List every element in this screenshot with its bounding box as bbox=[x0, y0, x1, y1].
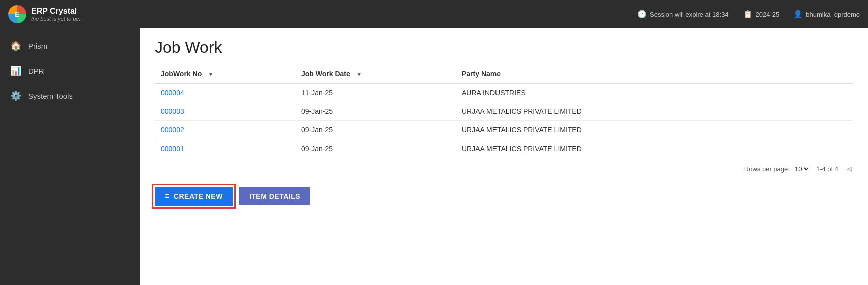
sidebar-item-prism[interactable]: 🏠 Prism bbox=[0, 33, 140, 58]
year-info: 📋 2024-25 bbox=[743, 10, 780, 19]
jobwork-no-link[interactable]: 000003 bbox=[161, 107, 184, 115]
page-title: Job Work bbox=[155, 38, 853, 57]
rows-per-page-control: Rows per page: 10 25 50 bbox=[744, 165, 810, 173]
item-details-button[interactable]: ITEM DETAILS bbox=[239, 187, 310, 205]
cell-job-work-date: 09-Jan-25 bbox=[295, 102, 456, 121]
calendar-icon: 📋 bbox=[743, 10, 753, 19]
job-work-table: JobWork No ▼ Job Work Date ▼ Party Name … bbox=[155, 65, 853, 158]
cell-party-name: URJAA METALICS PRIVATE LIMITED bbox=[456, 121, 853, 139]
sidebar-item-label-system-tools: System Tools bbox=[28, 92, 73, 100]
cell-job-work-date: 11-Jan-25 bbox=[295, 83, 456, 102]
sidebar-item-dpr[interactable]: 📊 DPR bbox=[0, 58, 140, 83]
header-right: 🕐 Session will expire at 18:34 📋 2024-25… bbox=[637, 10, 860, 19]
table-row: 000004 11-Jan-25 AURA INDUSTRIES bbox=[155, 83, 853, 102]
user-label: bhumika_dprdemo bbox=[806, 11, 860, 18]
app-header: E ERP Crystal the best is yet to be.. 🕐 … bbox=[0, 0, 868, 28]
footer-buttons: ≡ CREATE NEW ITEM DETAILS bbox=[155, 180, 853, 211]
create-new-icon: ≡ bbox=[165, 192, 170, 201]
col-header-job-work-date: Job Work Date ▼ bbox=[295, 65, 456, 83]
cell-jobwork-no[interactable]: 000002 bbox=[155, 121, 295, 139]
jobwork-no-link[interactable]: 000002 bbox=[161, 126, 184, 134]
app-subtitle: the best is yet to be.. bbox=[31, 16, 82, 22]
sidebar-item-label-prism: Prism bbox=[28, 42, 47, 50]
user-info[interactable]: 👤 bhumika_dprdemo bbox=[793, 10, 860, 19]
cell-job-work-date: 09-Jan-25 bbox=[295, 139, 456, 158]
session-label: Session will expire at 18:34 bbox=[650, 11, 729, 18]
year-label: 2024-25 bbox=[756, 11, 780, 18]
first-page-icon[interactable]: ⊲ bbox=[846, 164, 853, 174]
jobwork-no-link[interactable]: 000004 bbox=[161, 89, 184, 97]
user-icon: 👤 bbox=[793, 10, 803, 19]
filter-icon-jobwork[interactable]: ▼ bbox=[208, 71, 214, 78]
sidebar-item-label-dpr: DPR bbox=[28, 67, 44, 75]
sidebar-item-system-tools[interactable]: ⚙️ System Tools bbox=[0, 83, 140, 108]
clock-icon: 🕐 bbox=[637, 10, 647, 19]
cell-job-work-date: 09-Jan-25 bbox=[295, 121, 456, 139]
cell-jobwork-no[interactable]: 000003 bbox=[155, 102, 295, 121]
page-info: 1-4 of 4 bbox=[816, 165, 838, 173]
home-icon: 🏠 bbox=[10, 40, 21, 51]
main-content: Job Work JobWork No ▼ Job Work Date ▼ Pa… bbox=[140, 28, 868, 285]
app-name: ERP Crystal bbox=[31, 7, 82, 16]
chart-icon: 📊 bbox=[10, 65, 21, 76]
rows-per-page-select[interactable]: 10 25 50 bbox=[793, 165, 810, 173]
table-row: 000002 09-Jan-25 URJAA METALICS PRIVATE … bbox=[155, 121, 853, 139]
table-row: 000003 09-Jan-25 URJAA METALICS PRIVATE … bbox=[155, 102, 853, 121]
session-info: 🕐 Session will expire at 18:34 bbox=[637, 10, 729, 19]
main-layout: 🏠 Prism 📊 DPR ⚙️ System Tools Job Work J… bbox=[0, 28, 868, 285]
filter-icon-date[interactable]: ▼ bbox=[356, 71, 362, 78]
cell-party-name: AURA INDUSTRIES bbox=[456, 83, 853, 102]
gear-icon: ⚙️ bbox=[10, 90, 21, 101]
logo[interactable]: E ERP Crystal the best is yet to be.. bbox=[8, 5, 82, 23]
pagination: Rows per page: 10 25 50 1-4 of 4 ⊲ bbox=[155, 158, 853, 180]
create-new-button[interactable]: ≡ CREATE NEW bbox=[155, 187, 233, 206]
cell-jobwork-no[interactable]: 000004 bbox=[155, 83, 295, 102]
cell-party-name: URJAA METALICS PRIVATE LIMITED bbox=[456, 102, 853, 121]
footer-divider bbox=[155, 216, 853, 216]
table-row: 000001 09-Jan-25 URJAA METALICS PRIVATE … bbox=[155, 139, 853, 158]
sidebar: 🏠 Prism 📊 DPR ⚙️ System Tools bbox=[0, 28, 140, 285]
cell-jobwork-no[interactable]: 000001 bbox=[155, 139, 295, 158]
cell-party-name: URJAA METALICS PRIVATE LIMITED bbox=[456, 139, 853, 158]
logo-icon: E bbox=[8, 5, 26, 23]
col-header-jobwork-no: JobWork No ▼ bbox=[155, 65, 295, 83]
col-header-party-name: Party Name bbox=[456, 65, 853, 83]
jobwork-no-link[interactable]: 000001 bbox=[161, 145, 184, 153]
rows-per-page-label: Rows per page: bbox=[744, 165, 790, 173]
